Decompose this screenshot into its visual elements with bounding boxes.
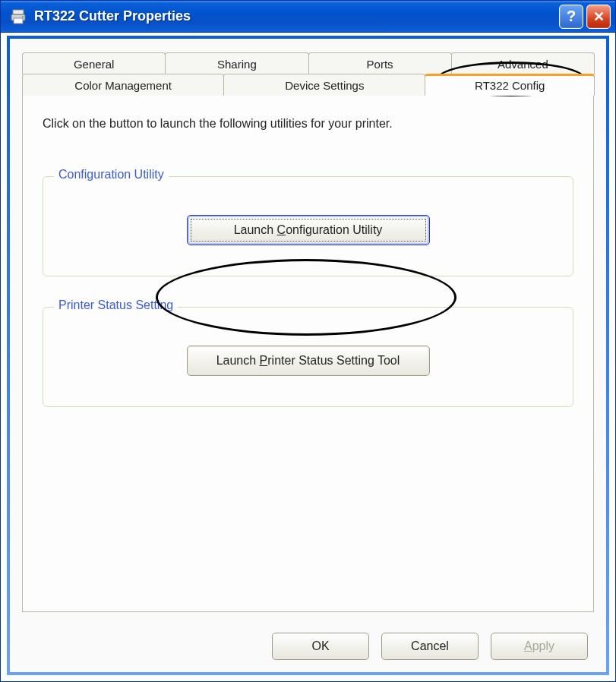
client-area: General Sharing Ports Advanced Color Man… — [10, 39, 606, 672]
help-icon: ? — [567, 8, 576, 25]
tab-control: General Sharing Ports Advanced Color Man… — [22, 52, 594, 612]
group-configuration-utility: Configuration Utility Launch Configurati… — [43, 176, 573, 276]
help-button[interactable]: ? — [559, 5, 583, 29]
close-button[interactable]: ✕ — [586, 5, 611, 29]
ok-button[interactable]: OK — [272, 633, 369, 660]
tab-panel-rt322-config: Click on the button to launch the follow… — [22, 96, 594, 612]
apply-button[interactable]: Apply — [491, 633, 588, 660]
group-printer-status-setting: Printer Status Setting Launch Printer St… — [43, 307, 573, 407]
tab-rt322-config[interactable]: RT322 Config — [425, 74, 595, 96]
tab-general[interactable]: General — [22, 52, 166, 74]
cancel-button[interactable]: Cancel — [381, 633, 479, 660]
properties-dialog: RT322 Cutter Properties ? ✕ General Shar… — [0, 0, 616, 682]
group-legend: Printer Status Setting — [54, 298, 178, 312]
tab-color-management[interactable]: Color Management — [22, 74, 224, 96]
launch-printer-status-setting-tool-button[interactable]: Launch Printer Status Setting Tool — [187, 346, 430, 376]
printer-icon — [8, 7, 28, 27]
window-title: RT322 Cutter Properties — [34, 8, 556, 24]
tab-device-settings[interactable]: Device Settings — [223, 74, 425, 96]
tab-sharing[interactable]: Sharing — [165, 52, 308, 74]
group-legend: Configuration Utility — [54, 168, 169, 182]
launch-configuration-utility-button[interactable]: Launch Configuration Utility — [187, 215, 430, 245]
svg-point-3 — [22, 16, 24, 17]
titlebar: RT322 Cutter Properties ? ✕ — [1, 1, 615, 33]
client-frame: General Sharing Ports Advanced Color Man… — [7, 36, 609, 675]
tab-advanced[interactable]: Advanced — [451, 52, 595, 74]
svg-rect-2 — [14, 18, 23, 24]
dialog-button-bar: OK Cancel Apply — [272, 633, 588, 660]
svg-rect-0 — [13, 10, 24, 14]
instruction-text: Click on the button to launch the follow… — [43, 117, 573, 131]
close-icon: ✕ — [593, 8, 605, 25]
tab-ports[interactable]: Ports — [308, 52, 452, 74]
